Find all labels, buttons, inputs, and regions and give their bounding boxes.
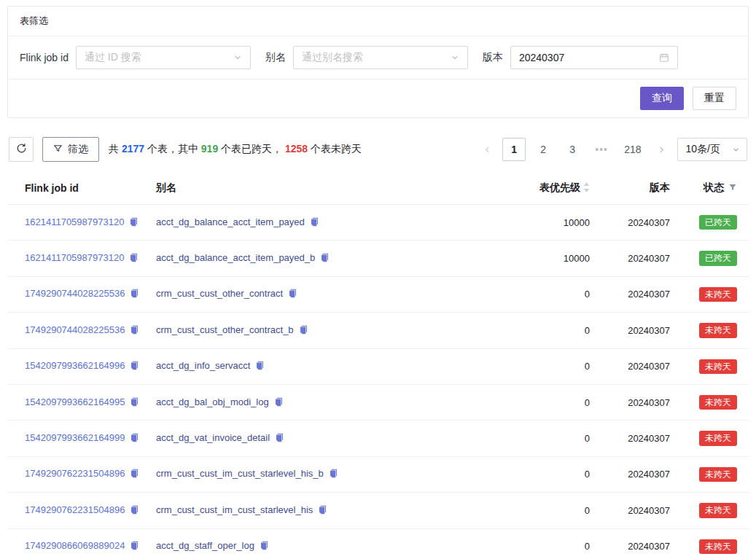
alias-link[interactable]: acct_dg_vat_invoice_detail bbox=[156, 432, 270, 443]
version-date-value[interactable] bbox=[519, 52, 655, 63]
table-row: 1749290866069889024 acct_dg_staff_oper_l… bbox=[7, 528, 749, 559]
pagination-page[interactable]: 1 bbox=[502, 138, 526, 161]
chevron-down-icon bbox=[732, 146, 740, 154]
priority-cell: 0 bbox=[508, 456, 596, 492]
copy-icon[interactable] bbox=[329, 469, 338, 480]
flink-job-id-link[interactable]: 1749290744028225536 bbox=[25, 288, 125, 299]
table-toolbar: 筛选 共 2177 个表，其中 919 个表已跨天， 1258 个表未跨天 1 … bbox=[9, 137, 747, 162]
flink-job-id-link[interactable]: 1749290762231504896 bbox=[25, 504, 125, 515]
chevron-right-icon[interactable] bbox=[652, 138, 671, 161]
alias-link[interactable]: acct_dg_staff_oper_log bbox=[156, 540, 254, 551]
pagination-page[interactable]: 3 bbox=[561, 138, 584, 161]
page-size-select[interactable]: 10条/页 bbox=[677, 138, 747, 161]
status-badge: 未跨天 bbox=[699, 359, 737, 374]
column-header-priority[interactable]: 表优先级 bbox=[508, 172, 596, 205]
column-header-version: 版本 bbox=[596, 172, 676, 205]
field-flink-job-id: Flink job id 通过 ID 搜索 bbox=[20, 46, 251, 69]
filter-toggle-button[interactable]: 筛选 bbox=[42, 137, 99, 162]
version-label: 版本 bbox=[483, 51, 503, 64]
flink-job-id-link[interactable]: 1749290762231504896 bbox=[25, 468, 125, 479]
field-version: 版本 bbox=[483, 46, 678, 69]
priority-cell: 0 bbox=[508, 384, 596, 420]
flink-job-id-link[interactable]: 1621411705987973120 bbox=[25, 216, 124, 227]
priority-cell: 0 bbox=[508, 528, 596, 559]
alias-link[interactable]: acct_dg_balance_acct_item_payed_b bbox=[156, 252, 315, 263]
status-badge: 未跨天 bbox=[699, 431, 737, 445]
alias-link[interactable]: crm_cust_cust_im_cust_starlevel_his_b bbox=[156, 468, 324, 479]
page: 表筛选 Flink job id 通过 ID 搜索 别名 通过别名搜索 bbox=[0, 0, 756, 559]
table-row: 1621411705987973120 acct_dg_balance_acct… bbox=[7, 241, 749, 276]
status-badge: 已跨天 bbox=[699, 215, 737, 230]
table-row: 1749290762231504896 crm_cust_cust_im_cus… bbox=[7, 456, 749, 492]
pagination-page[interactable]: 2 bbox=[531, 138, 555, 161]
refresh-button[interactable] bbox=[9, 137, 34, 162]
search-button[interactable]: 查询 bbox=[640, 87, 684, 110]
alias-link[interactable]: acct_dg_info_servacct bbox=[156, 360, 250, 371]
flink-job-id-link[interactable]: 1542097993662164996 bbox=[25, 360, 125, 371]
status-header-label: 状态 bbox=[704, 181, 724, 193]
filter-toggle-label: 筛选 bbox=[68, 143, 88, 156]
pagination-top: 1 2 3 ••• 218 10条/页 bbox=[478, 138, 747, 161]
flink-job-id-link[interactable]: 1749290866069889024 bbox=[25, 540, 125, 551]
copy-icon[interactable] bbox=[130, 325, 139, 337]
version-date-input[interactable] bbox=[510, 46, 678, 69]
reset-button[interactable]: 重置 bbox=[693, 87, 736, 110]
sort-icon bbox=[583, 182, 590, 195]
table-row: 1749290744028225536 crm_cust_cust_other_… bbox=[7, 313, 749, 348]
version-cell: 20240307 bbox=[596, 421, 676, 456]
copy-icon[interactable] bbox=[129, 217, 139, 229]
copy-icon[interactable] bbox=[299, 325, 308, 337]
copy-icon[interactable] bbox=[130, 289, 139, 300]
flink-job-id-link[interactable]: 1621411705987973120 bbox=[25, 252, 124, 263]
copy-icon[interactable] bbox=[318, 505, 327, 517]
copy-icon[interactable] bbox=[275, 433, 284, 445]
flink-job-id-link[interactable]: 1542097993662164995 bbox=[25, 396, 125, 407]
summary-text: 个表，其中 bbox=[144, 143, 201, 155]
copy-icon[interactable] bbox=[260, 541, 269, 552]
status-filter-funnel-icon[interactable] bbox=[728, 182, 737, 194]
copy-icon[interactable] bbox=[130, 469, 139, 480]
copy-icon[interactable] bbox=[274, 397, 284, 409]
status-badge: 未跨天 bbox=[699, 323, 737, 337]
table-row: 1542097993662164996 acct_dg_info_servacc… bbox=[7, 348, 749, 384]
copy-icon[interactable] bbox=[130, 361, 139, 372]
alias-link[interactable]: crm_cust_cust_other_contract bbox=[156, 288, 283, 299]
alias-link[interactable]: acct_dg_balance_acct_item_payed bbox=[156, 216, 305, 227]
copy-icon[interactable] bbox=[130, 505, 139, 517]
copy-icon[interactable] bbox=[255, 361, 265, 372]
table-header-row: Flink job id 别名 表优先级 版本 状态 bbox=[7, 172, 749, 205]
copy-icon[interactable] bbox=[320, 253, 330, 265]
total-count: 2177 bbox=[122, 143, 144, 155]
flink-job-id-link[interactable]: 1542097993662164999 bbox=[25, 432, 125, 443]
flink-job-id-label: Flink job id bbox=[20, 52, 69, 63]
copy-icon[interactable] bbox=[310, 217, 319, 229]
flink-job-id-select[interactable]: 通过 ID 搜索 bbox=[76, 46, 251, 69]
chevron-left-icon[interactable] bbox=[478, 138, 496, 161]
filter-card-header: 表筛选 bbox=[8, 7, 748, 36]
copy-icon[interactable] bbox=[130, 433, 139, 445]
version-cell: 20240307 bbox=[596, 205, 676, 241]
summary-text: 个表已跨天， bbox=[218, 143, 285, 155]
copy-icon[interactable] bbox=[130, 397, 139, 409]
status-badge: 未跨天 bbox=[699, 503, 737, 517]
priority-header-label: 表优先级 bbox=[539, 181, 580, 193]
pagination-pages: 1 2 3 ••• 218 bbox=[502, 138, 646, 161]
copy-icon[interactable] bbox=[288, 289, 297, 300]
pagination-page[interactable]: ••• bbox=[590, 138, 613, 161]
status-badge: 已跨天 bbox=[699, 251, 737, 265]
calendar-icon bbox=[659, 52, 669, 63]
priority-cell: 0 bbox=[508, 276, 596, 312]
copy-icon[interactable] bbox=[130, 541, 139, 552]
tables-table: Flink job id 别名 表优先级 版本 状态 1621411705987… bbox=[7, 172, 749, 559]
priority-cell: 0 bbox=[508, 348, 596, 384]
alias-link[interactable]: crm_cust_cust_im_cust_starlevel_his bbox=[156, 504, 313, 515]
alias-link[interactable]: acct_dg_bal_obj_modi_log bbox=[156, 396, 269, 407]
priority-cell: 10000 bbox=[508, 205, 596, 241]
copy-icon[interactable] bbox=[129, 253, 139, 265]
pagination-page[interactable]: 218 bbox=[619, 138, 646, 161]
alias-select[interactable]: 通过别名搜索 bbox=[293, 46, 468, 69]
alias-link[interactable]: crm_cust_cust_other_contract_b bbox=[156, 324, 294, 335]
column-header-flink-job-id: Flink job id bbox=[7, 172, 150, 205]
flink-job-id-link[interactable]: 1749290744028225536 bbox=[25, 324, 125, 335]
priority-cell: 0 bbox=[508, 313, 596, 348]
